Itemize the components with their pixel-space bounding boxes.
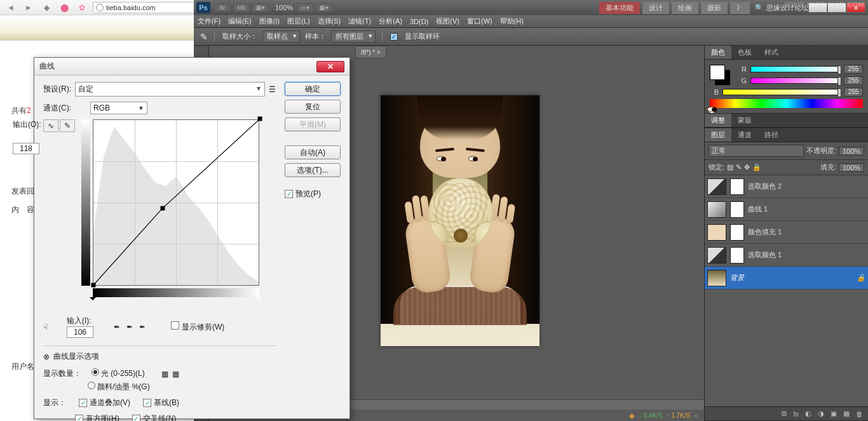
menu-file[interactable]: 文件(F) — [198, 17, 220, 26]
workspace-more[interactable]: 》 — [730, 2, 750, 14]
link-icon[interactable]: ⧉ — [782, 410, 787, 418]
paw-icon[interactable]: ✿ — [75, 2, 89, 13]
b-value[interactable]: 255 — [844, 88, 863, 97]
input-value[interactable]: 106 — [67, 326, 93, 338]
curve-mode-icon[interactable]: ∿ — [43, 119, 58, 132]
minibridge-button[interactable]: Mb — [233, 3, 250, 12]
menu-analysis[interactable]: 分析(A) — [379, 17, 402, 26]
channel-dropdown[interactable]: RGB — [90, 102, 147, 114]
grid-small-icon[interactable]: ▦ — [161, 370, 168, 378]
arrange-button[interactable]: ▭▾ — [297, 3, 313, 12]
display-options-toggle[interactable]: ⊗曲线显示选项 — [43, 351, 276, 362]
layer-row-background[interactable]: 👁背景🔒 — [705, 267, 868, 290]
menu-layer[interactable]: 图层(L) — [287, 17, 309, 26]
layer-row[interactable]: 👁选取颜色 2 — [705, 175, 868, 198]
ok-button[interactable]: 确定 — [285, 82, 341, 96]
preview-checkbox[interactable]: 预览(P) — [285, 189, 341, 199]
tab-layers[interactable]: 图层 — [705, 128, 731, 142]
histogram-checkbox[interactable]: 直方图(H) — [75, 413, 119, 421]
menu-edit[interactable]: 编辑(E) — [228, 17, 252, 26]
menu-help[interactable]: 帮助(H) — [500, 17, 524, 26]
tab-swatches[interactable]: 色板 — [731, 46, 758, 59]
blend-mode[interactable]: 正常 — [709, 145, 804, 157]
fill-value[interactable]: 100% — [839, 163, 864, 172]
g-value[interactable]: 255 — [844, 76, 863, 85]
bridge-button[interactable]: Br — [214, 3, 231, 12]
hand-tool-icon[interactable]: ☟ — [43, 323, 48, 331]
maximize-button[interactable]: □ — [827, 3, 846, 13]
menu-view[interactable]: 视图(V) — [436, 17, 459, 26]
back-icon[interactable]: ◄ — [4, 2, 18, 13]
mask-icon[interactable]: ◐ — [805, 410, 811, 418]
group-icon[interactable]: ▣ — [831, 410, 837, 418]
fg-swatch[interactable] — [710, 65, 725, 80]
workspace-paint[interactable]: 绘画 — [672, 2, 698, 14]
black-eyedropper-icon[interactable]: ✒ — [114, 323, 120, 331]
grid-large-icon[interactable]: ▦ — [172, 370, 179, 378]
auto-button[interactable]: 自动(A) — [285, 145, 341, 159]
close-button[interactable]: ✕ — [846, 3, 865, 13]
gray-eyedropper-icon[interactable]: ✒ — [126, 323, 133, 331]
zoom-label[interactable]: 100% — [275, 4, 293, 11]
bookmark-icon[interactable]: ◆ — [39, 2, 53, 13]
lock-trans-icon[interactable]: ▨ — [727, 163, 733, 171]
tab-paths[interactable]: 路径 — [758, 128, 785, 142]
bookmark2-icon[interactable]: ⬤ — [57, 2, 71, 13]
document-tab[interactable]: /8*) * × — [355, 46, 386, 58]
menu-filter[interactable]: 滤镜(T) — [348, 17, 371, 26]
opacity-value[interactable]: 100% — [839, 147, 864, 156]
intersect-checkbox[interactable]: 交叉线(N) — [132, 413, 177, 421]
tab-mask[interactable]: 蒙版 — [731, 114, 758, 127]
menu-image[interactable]: 图像(I) — [259, 17, 280, 26]
menu-3d[interactable]: 3D(D) — [410, 18, 428, 25]
dialog-close-button[interactable]: ✕ — [316, 61, 344, 72]
trash-icon[interactable]: 🗑 — [856, 410, 863, 418]
new-layer-icon[interactable]: ▦ — [843, 410, 850, 418]
search-icon[interactable]: 🔍 — [755, 4, 764, 12]
r-value[interactable]: 255 — [844, 65, 863, 74]
curve-graph[interactable] — [93, 119, 259, 286]
output-value[interactable]: 118 — [13, 143, 39, 154]
ch-overlay-checkbox[interactable]: 通道叠加(V) — [79, 398, 130, 408]
preset-menu-icon[interactable]: ☰ — [269, 85, 276, 94]
sample-dropdown[interactable]: 所有图层 — [331, 30, 376, 43]
screen-mode-button[interactable]: ▦▾ — [252, 3, 269, 12]
fx-icon[interactable]: fx — [793, 410, 799, 418]
tab-styles[interactable]: 样式 — [758, 46, 785, 59]
extras-button[interactable]: ▦▾ — [316, 3, 332, 12]
input-gradient[interactable] — [93, 288, 259, 297]
options-button[interactable]: 选项(T)... — [285, 163, 341, 177]
smooth-button[interactable]: 平滑(M) — [285, 117, 341, 131]
minimize-button[interactable]: — — [808, 3, 827, 13]
show-clip-checkbox[interactable]: 显示修剪(W) — [171, 321, 224, 333]
tab-channels[interactable]: 通道 — [731, 128, 758, 142]
lock-move-icon[interactable]: ✥ — [744, 163, 750, 171]
sample-size-dropdown[interactable]: 取样点 — [262, 30, 300, 43]
baseline-checkbox[interactable]: 基线(B) — [143, 398, 179, 408]
collapse-icon[interactable]: « — [694, 412, 698, 419]
canvas[interactable] — [381, 95, 539, 346]
show-ring-checkbox[interactable]: ✓ — [390, 33, 398, 41]
menu-window[interactable]: 窗口(W) — [467, 17, 492, 26]
light-radio[interactable]: 光 (0-255)(L) — [92, 368, 145, 379]
layer-row[interactable]: 👁曲线 1 — [705, 198, 868, 221]
forward-icon[interactable]: ► — [22, 2, 36, 13]
reset-button[interactable]: 复位 — [285, 100, 341, 114]
preset-dropdown[interactable]: 自定 — [75, 82, 265, 97]
layer-row[interactable]: 👁选取颜色 1 — [705, 244, 868, 267]
spectrum-bar[interactable] — [710, 99, 863, 108]
eyedropper-icon[interactable]: ✎ — [200, 32, 208, 42]
pencil-mode-icon[interactable]: ✎ — [60, 119, 75, 132]
ink-radio[interactable]: 颜料/油墨 %(G) — [88, 382, 150, 392]
lock-paint-icon[interactable]: ✎ — [736, 163, 742, 171]
layer-row[interactable]: 👁颜色填充 1 — [705, 221, 868, 244]
adj-icon[interactable]: ◑ — [818, 410, 824, 418]
menu-select[interactable]: 选择(S) — [318, 17, 341, 26]
workspace-photo[interactable]: 摄影 — [701, 2, 728, 14]
lock-all-icon[interactable]: 🔒 — [752, 163, 761, 171]
workspace-basic[interactable]: 基本功能 — [599, 2, 640, 14]
tab-adjust[interactable]: 调整 — [705, 114, 731, 127]
tab-color[interactable]: 颜色 — [705, 46, 731, 59]
workspace-design[interactable]: 设计 — [642, 2, 669, 14]
white-eyedropper-icon[interactable]: ✒ — [139, 323, 146, 331]
